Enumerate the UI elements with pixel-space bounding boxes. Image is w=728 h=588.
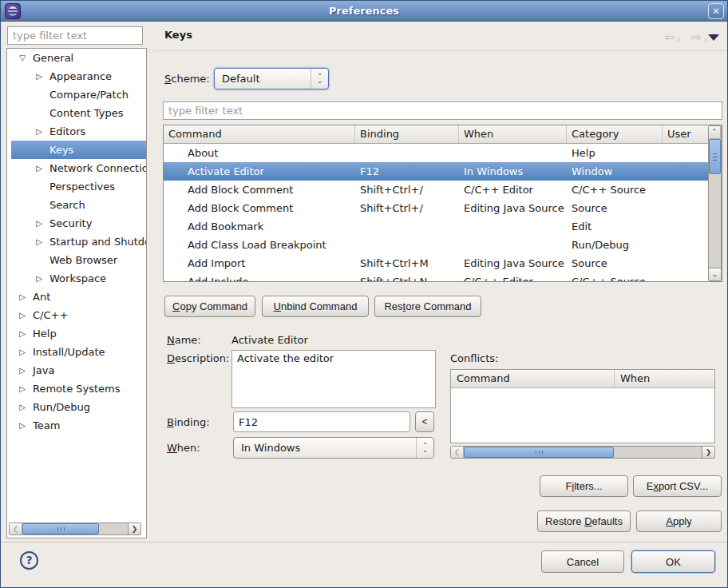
scrollbar-track[interactable] [709,174,721,268]
expander-collapsed-icon[interactable]: ▷ [34,214,45,232]
expander-collapsed-icon[interactable]: ▷ [34,269,45,288]
apply-button[interactable]: Apply [636,511,722,532]
view-menu-icon[interactable] [708,34,719,41]
table-row[interactable]: Activate EditorF12In WindowsWindow [164,162,708,181]
sidebar-item-workspace[interactable]: ▷Workspace [7,269,146,288]
scrollbar-track[interactable] [614,447,702,458]
expander-collapsed-icon[interactable]: ▷ [17,416,28,435]
sidebar-item-general[interactable]: ▽General [7,49,146,67]
column-header-when[interactable]: When [459,125,567,143]
sidebar-item-web-browser[interactable]: Web Browser [7,251,146,269]
table-row[interactable]: Add BookmarkEdit [164,217,708,236]
column-header-user[interactable]: User [663,125,708,143]
table-row[interactable]: Add Class Load BreakpointRun/Debug [164,236,708,254]
sidebar-item-ant[interactable]: ▷Ant [7,288,146,306]
table-row[interactable]: Add Block CommentShift+Ctrl+/Editing Jav… [164,199,708,217]
restore-command-button[interactable]: Restore Command [374,296,481,317]
expander-collapsed-icon[interactable]: ▷ [34,122,45,141]
sidebar-item-compare-patch[interactable]: Compare/Patch [7,85,146,104]
cell-when: C/C++ Editor [459,181,567,199]
scheme-select[interactable]: Default ⌃⌄ [214,68,329,89]
sidebar-item-install-update[interactable]: ▷Install/Update [7,343,146,361]
table-row[interactable]: AboutHelp [164,144,708,162]
table-header: Command Binding When Category User [164,125,708,144]
restore-defaults-button[interactable]: Restore Defaults [537,511,631,532]
expander-collapsed-icon[interactable]: ▷ [17,306,28,324]
table-vertical-scrollbar[interactable]: ⌃ ⌄ [708,125,722,281]
export-csv-button[interactable]: Export CSV... [633,475,722,497]
column-header-category[interactable]: Category [567,125,663,143]
description-field[interactable] [231,350,436,408]
expander-collapsed-icon[interactable]: ▷ [17,324,28,343]
sidebar-item-label: Perspectives [49,177,115,196]
scroll-up-icon[interactable]: ⌃ [709,126,721,139]
header-separator [153,50,727,51]
scrollbar-thumb[interactable] [709,139,721,174]
sidebar-item-keys[interactable]: Keys [11,141,146,159]
binding-back-button[interactable]: < [415,411,434,432]
forward-icon[interactable]: ⇨∨ [692,30,708,45]
scroll-right-icon[interactable]: ❯ [702,447,714,458]
close-icon[interactable]: ✕ [708,3,724,19]
cell-command: About [164,144,355,162]
scrollbar-track[interactable] [99,523,128,534]
sidebar-item-editors[interactable]: ▷Editors [7,122,146,141]
sidebar-item-remote-systems[interactable]: ▷Remote Systems [7,379,146,398]
expander-collapsed-icon[interactable]: ▷ [17,398,28,416]
sidebar-item-perspectives[interactable]: Perspectives [7,177,146,196]
expander-collapsed-icon[interactable]: ▷ [17,343,28,361]
conflicts-column-command[interactable]: Command [451,370,615,387]
scroll-left-icon[interactable]: ❮ [451,447,464,458]
expander-collapsed-icon[interactable]: ▷ [17,288,28,306]
sidebar-item-java[interactable]: ▷Java [7,361,146,379]
sidebar-item-security[interactable]: ▷Security [7,214,146,232]
scrollbar-thumb[interactable] [22,523,99,534]
sidebar-item-help[interactable]: ▷Help [7,324,146,343]
sidebar-item-team[interactable]: ▷Team [7,416,146,435]
cancel-button[interactable]: Cancel [541,550,624,573]
help-icon[interactable]: ? [20,551,38,570]
conflicts-column-when[interactable]: When [615,370,650,387]
cell-when: In Windows [459,162,567,181]
sidebar-item-run-debug[interactable]: ▷Run/Debug [7,398,146,416]
expander-collapsed-icon[interactable]: ▷ [17,379,28,398]
sidebar-item-startup-and-shutdo[interactable]: ▷Startup and Shutdo [7,232,146,251]
copy-command-button[interactable]: Copy Command [164,296,255,317]
sidebar-item-appearance[interactable]: ▷Appearance [7,67,146,85]
when-select[interactable]: In Windows ⌃⌄ [233,437,434,459]
scrollbar-thumb[interactable] [464,447,614,458]
table-row[interactable]: Add IncludeShift+Ctrl+NC/C++ EditorC/C++… [164,272,708,281]
back-icon[interactable]: ⇦∨ [664,30,680,45]
sidebar-item-c-c-[interactable]: ▷C/C++ [7,306,146,324]
sidebar-horizontal-scrollbar[interactable]: ❮ ❯ [9,522,141,535]
column-header-command[interactable]: Command [164,125,355,143]
sidebar-item-label: Remote Systems [33,379,121,398]
column-header-binding[interactable]: Binding [355,125,459,143]
expander-collapsed-icon[interactable]: ▷ [34,232,45,251]
scroll-left-icon[interactable]: ❮ [10,523,22,534]
sidebar-filter-input[interactable] [7,26,143,45]
filters-button[interactable]: Filters... [540,475,628,497]
scroll-right-icon[interactable]: ❯ [128,523,140,534]
sidebar-item-label: Security [49,214,92,232]
scheme-label: Scheme: [164,71,210,87]
expander-collapsed-icon[interactable]: ▷ [34,67,45,85]
unbind-command-button[interactable]: Unbind Command [262,296,369,317]
description-label: Description: [167,351,229,367]
expander-collapsed-icon[interactable]: ▷ [17,361,28,379]
command-filter-input[interactable] [163,101,722,120]
cell-binding: Shift+Ctrl+N [355,272,459,281]
conflicts-horizontal-scrollbar[interactable]: ❮ ❯ [450,446,715,459]
binding-field[interactable] [233,411,410,432]
sidebar-item-content-types[interactable]: Content Types [7,104,146,122]
sidebar-item-network-connectio[interactable]: ▷Network Connectio [7,159,146,177]
ok-button[interactable]: OK [631,550,715,573]
sidebar-item-label: C/C++ [33,306,68,324]
sidebar-item-search[interactable]: Search [7,196,146,214]
table-row[interactable]: Add Block CommentShift+Ctrl+/C/C++ Edito… [164,181,708,199]
expander-expanded-icon[interactable]: ▽ [17,49,28,67]
expander-collapsed-icon[interactable]: ▷ [34,159,45,177]
sidebar-item-label: Web Browser [49,251,117,269]
table-row[interactable]: Add ImportShift+Ctrl+MEditing Java Sourc… [164,254,708,272]
scroll-down-icon[interactable]: ⌄ [709,268,721,280]
